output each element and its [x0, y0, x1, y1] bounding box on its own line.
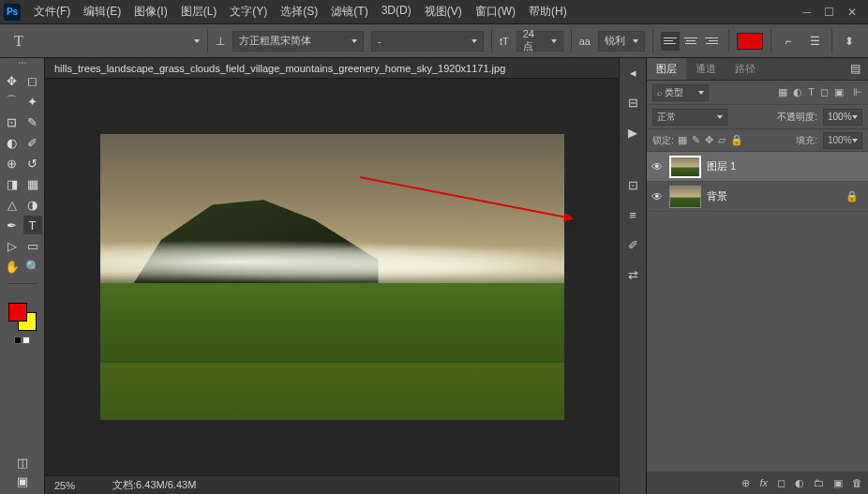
group-icon[interactable]: 🗀	[814, 477, 824, 488]
menu-type[interactable]: 文字(Y)	[224, 1, 273, 22]
document-tab[interactable]: hills_trees_landscape_grass_clouds_field…	[45, 58, 619, 79]
panel-icon[interactable]: ⊡	[624, 176, 641, 193]
document-info[interactable]: 文档:6.43M/6.43M	[112, 478, 196, 492]
move-tool[interactable]: ✥	[3, 71, 22, 90]
marquee-tool[interactable]: ◻	[23, 71, 42, 90]
layer-thumbnail[interactable]	[669, 186, 701, 208]
maximize-icon[interactable]: ☐	[824, 6, 834, 19]
panel-icon[interactable]: ✐	[624, 236, 641, 253]
font-family-dropdown[interactable]: 方正粗黑宋简体	[232, 31, 364, 52]
gradient-tool[interactable]: ▦	[23, 174, 42, 193]
filter-pixel-icon[interactable]: ▦	[778, 86, 787, 98]
tab-layers[interactable]: 图层	[647, 58, 686, 80]
menu-3d[interactable]: 3D(D)	[376, 1, 417, 22]
dodge-tool[interactable]: ◑	[23, 195, 42, 214]
filter-type-icon[interactable]: T	[808, 86, 815, 98]
font-style-dropdown[interactable]: -	[371, 31, 484, 52]
layer-footer: ⊕ fx ◻ ◐ 🗀 ▣ 🗑	[647, 472, 868, 494]
blend-mode-dropdown[interactable]: 正常	[652, 109, 727, 126]
quickmask-icon[interactable]: ◫	[13, 453, 32, 472]
brush-tool[interactable]: ✐	[23, 133, 42, 152]
fill-dropdown[interactable]: 100%	[823, 132, 862, 149]
zoom-level[interactable]: 25%	[54, 480, 75, 491]
visibility-toggle-icon[interactable]: 👁	[651, 160, 664, 173]
default-colors-icon[interactable]	[14, 337, 30, 344]
3d-icon[interactable]: ⬍	[840, 32, 859, 51]
lock-all-icon[interactable]: 🔒	[730, 134, 743, 146]
warp-text-icon[interactable]: ⌐	[779, 32, 798, 51]
canvas[interactable]	[45, 79, 619, 475]
menu-file[interactable]: 文件(F)	[28, 1, 76, 22]
grip-icon[interactable]	[8, 62, 37, 67]
lock-image-icon[interactable]: ✎	[692, 134, 700, 146]
lock-transparent-icon[interactable]: ▦	[678, 134, 687, 146]
stamp-tool[interactable]: ⊕	[3, 154, 22, 172]
screenmode-icon[interactable]: ▣	[13, 472, 32, 490]
lasso-tool[interactable]: ⌒	[3, 92, 22, 111]
filter-adjust-icon[interactable]: ◐	[793, 86, 802, 98]
align-left-button[interactable]	[661, 32, 680, 51]
menu-view[interactable]: 视图(V)	[419, 1, 468, 22]
align-right-button[interactable]	[702, 32, 721, 51]
panel-icon[interactable]: ▶	[624, 124, 641, 141]
tool-preset-caret-icon[interactable]	[194, 39, 200, 43]
adjustment-layer-icon[interactable]: ◐	[795, 477, 804, 489]
expand-dock-icon[interactable]: ◂	[624, 64, 641, 81]
align-center-button[interactable]	[681, 32, 700, 51]
eraser-tool[interactable]: ◨	[3, 174, 22, 193]
visibility-toggle-icon[interactable]: 👁	[651, 190, 664, 203]
shape-tool[interactable]: ▭	[23, 236, 42, 255]
lock-position-icon[interactable]: ✥	[705, 134, 713, 146]
magic-wand-tool[interactable]: ✦	[23, 92, 42, 111]
orientation-icon[interactable]: ⊥	[216, 35, 225, 48]
filter-toggle-icon[interactable]: ⊩	[853, 86, 862, 98]
menu-edit[interactable]: 编辑(E)	[78, 1, 127, 22]
history-brush-tool[interactable]: ↺	[23, 154, 42, 172]
font-size-dropdown[interactable]: 24 点	[516, 31, 563, 52]
blur-tool[interactable]: △	[3, 195, 22, 214]
tool-preset-icon[interactable]: T	[9, 32, 28, 51]
link-layers-icon[interactable]: ⊕	[741, 477, 750, 489]
path-select-tool[interactable]: ▷	[3, 236, 22, 255]
layer-style-icon[interactable]: fx	[759, 477, 768, 488]
menu-image[interactable]: 图像(I)	[128, 1, 172, 22]
color-picker[interactable]	[8, 303, 37, 331]
menu-layer[interactable]: 图层(L)	[175, 1, 223, 22]
healing-tool[interactable]: ◐	[3, 133, 22, 152]
layer-name[interactable]: 背景	[707, 189, 727, 203]
antialias-dropdown[interactable]: 锐利	[598, 31, 645, 52]
layer-row[interactable]: 👁 背景 🔒	[647, 182, 868, 212]
tab-paths[interactable]: 路径	[726, 58, 765, 80]
type-tool[interactable]: T	[23, 216, 42, 234]
filter-smart-icon[interactable]: ▣	[834, 86, 844, 98]
layer-row[interactable]: 👁 图层 1	[647, 152, 868, 182]
menu-select[interactable]: 选择(S)	[275, 1, 323, 22]
opacity-dropdown[interactable]: 100%	[823, 109, 862, 126]
filter-type-dropdown[interactable]: ⌕ 类型	[652, 84, 709, 101]
minimize-icon[interactable]: ─	[802, 6, 811, 19]
character-panel-icon[interactable]: ☰	[805, 32, 824, 51]
text-color-swatch[interactable]	[737, 33, 763, 50]
panel-icon[interactable]: ⊟	[624, 94, 641, 111]
new-layer-icon[interactable]: ▣	[833, 477, 843, 489]
zoom-tool[interactable]: 🔍	[23, 257, 42, 276]
layer-thumbnail[interactable]	[669, 156, 701, 178]
foreground-color[interactable]	[8, 303, 27, 322]
layer-mask-icon[interactable]: ◻	[777, 477, 786, 489]
panel-icon[interactable]: ≡	[624, 206, 641, 223]
pen-tool[interactable]: ✒	[3, 216, 22, 234]
tab-channels[interactable]: 通道	[686, 58, 726, 80]
hand-tool[interactable]: ✋	[3, 257, 22, 276]
eyedropper-tool[interactable]: ✎	[23, 112, 42, 131]
panel-menu-icon[interactable]: ▤	[843, 58, 868, 80]
menu-filter[interactable]: 滤镜(T)	[325, 1, 373, 22]
layer-name[interactable]: 图层 1	[707, 159, 736, 173]
crop-tool[interactable]: ⊡	[3, 112, 22, 131]
menu-help[interactable]: 帮助(H)	[523, 1, 573, 22]
panel-icon[interactable]: ⇄	[624, 266, 641, 283]
lock-artboard-icon[interactable]: ▱	[718, 134, 726, 146]
menu-window[interactable]: 窗口(W)	[470, 1, 521, 22]
delete-layer-icon[interactable]: 🗑	[852, 477, 862, 488]
close-icon[interactable]: ✕	[847, 6, 857, 19]
filter-shape-icon[interactable]: ◻	[820, 86, 829, 98]
